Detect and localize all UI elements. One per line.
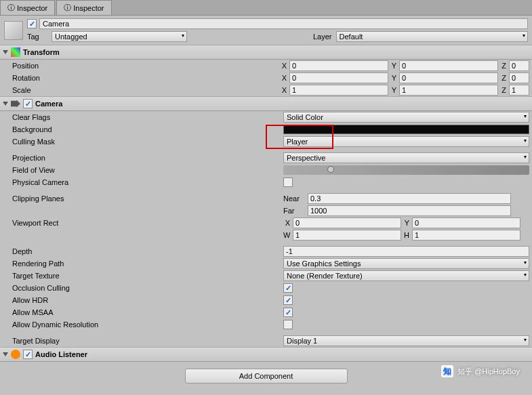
scale-y[interactable] (399, 85, 498, 96)
watermark: 知知乎 @HipHopBoy (441, 365, 520, 377)
viewport-y[interactable] (412, 217, 520, 228)
scale-x[interactable] (289, 85, 388, 96)
viewport-h[interactable] (412, 230, 520, 241)
scale-z[interactable] (509, 85, 529, 96)
info-icon: ⓘ (64, 3, 71, 13)
far-input[interactable] (308, 205, 511, 216)
culling-mask-dropdown[interactable]: Player (283, 136, 529, 147)
audio-icon (11, 350, 20, 359)
rendering-path-label: Rendering Path (12, 259, 134, 268)
position-x[interactable] (289, 60, 388, 71)
clear-flags-label: Clear Flags (12, 113, 134, 121)
depth-label: Depth (12, 247, 134, 255)
scale-label: Scale (12, 86, 131, 94)
clipping-planes-label: Clipping Planes (12, 194, 134, 203)
rendering-path-dropdown[interactable]: Use Graphics Settings (283, 258, 529, 269)
occlusion-culling-label: Occlusion Culling (12, 284, 134, 292)
viewport-rect-label: Viewport Rect (12, 219, 134, 227)
clear-flags-dropdown[interactable]: Solid Color (283, 112, 529, 123)
occlusion-culling-checkbox[interactable] (283, 283, 293, 293)
rotation-z[interactable] (509, 72, 529, 83)
allow-hdr-label: Allow HDR (12, 296, 134, 304)
inspector-tab[interactable]: ⓘInspector (0, 0, 55, 15)
physical-camera-checkbox[interactable] (283, 178, 293, 187)
camera-enabled-checkbox[interactable] (23, 99, 33, 108)
background-label: Background (12, 125, 134, 133)
info-icon: ⓘ (7, 3, 15, 13)
allow-msaa-checkbox[interactable] (283, 308, 293, 317)
gameobject-icon[interactable] (4, 21, 23, 40)
add-component-button[interactable]: Add Component (185, 369, 348, 383)
target-display-label: Target Display (12, 337, 134, 345)
viewport-x[interactable] (293, 217, 401, 228)
transform-header[interactable]: Transform (0, 45, 532, 60)
projection-label: Projection (12, 154, 134, 162)
rotation-label: Rotation (12, 74, 131, 82)
tag-label: Tag (27, 33, 47, 41)
foldout-icon (3, 352, 8, 356)
rotation-x[interactable] (289, 72, 388, 83)
foldout-icon (3, 50, 8, 54)
viewport-w[interactable] (293, 230, 401, 241)
audio-listener-header[interactable]: Audio Listener (0, 347, 532, 362)
inspector-tab-active[interactable]: ⓘInspector (56, 0, 111, 15)
near-input[interactable] (308, 193, 511, 204)
physical-camera-label: Physical Camera (12, 178, 134, 186)
fov-label: Field of View (12, 166, 134, 174)
position-y[interactable] (399, 60, 498, 71)
fov-slider[interactable] (283, 165, 529, 175)
target-display-dropdown[interactable]: Display 1 (283, 335, 529, 346)
position-label: Position (12, 62, 131, 70)
enabled-checkbox[interactable] (27, 19, 37, 28)
allow-hdr-checkbox[interactable] (283, 295, 293, 305)
camera-icon (11, 99, 20, 108)
layer-label: Layer (313, 33, 332, 41)
target-texture-label: Target Texture (12, 272, 134, 280)
foldout-icon (3, 102, 8, 106)
allow-dynres-checkbox[interactable] (283, 320, 293, 329)
position-z[interactable] (509, 60, 529, 71)
name-input[interactable] (39, 18, 528, 29)
culling-mask-label: Culling Mask (12, 138, 134, 146)
zhihu-icon: 知 (441, 365, 453, 377)
layer-dropdown[interactable]: Default (336, 31, 528, 42)
tag-dropdown[interactable]: Untagged (52, 31, 187, 42)
background-color[interactable] (283, 125, 529, 134)
transform-icon (11, 47, 20, 57)
audio-enabled-checkbox[interactable] (23, 350, 33, 359)
depth-input[interactable] (283, 246, 529, 257)
rotation-y[interactable] (399, 72, 498, 83)
target-texture-field[interactable]: None (Render Texture) (283, 270, 529, 281)
projection-dropdown[interactable]: Perspective (283, 152, 529, 163)
allow-dynres-label: Allow Dynamic Resolution (12, 320, 134, 329)
allow-msaa-label: Allow MSAA (12, 308, 134, 316)
camera-header[interactable]: Camera (0, 96, 532, 111)
